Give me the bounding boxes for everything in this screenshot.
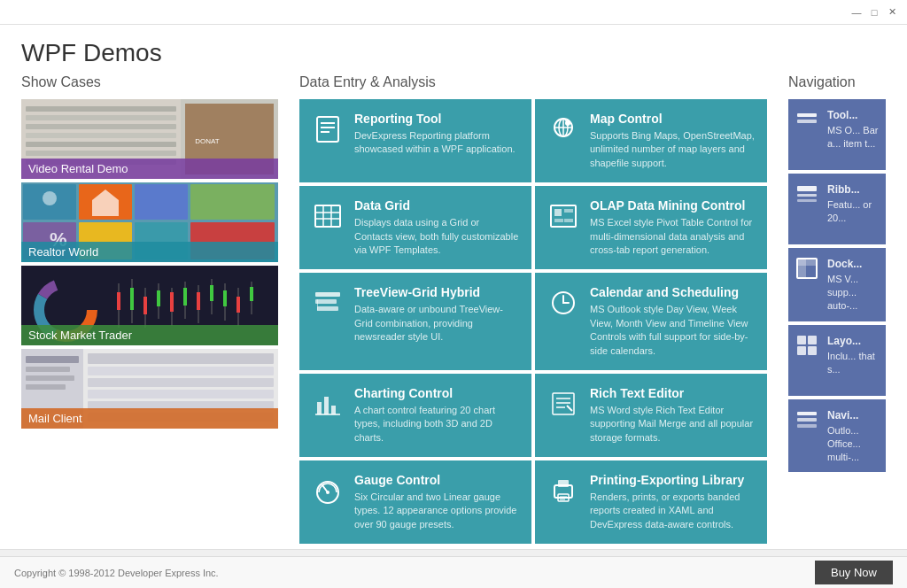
svg-rect-101 <box>797 113 817 117</box>
nav-tile-text-navigation: Navi... Outlo... Office... multi-... <box>827 408 879 464</box>
svg-rect-82 <box>317 306 338 311</box>
svg-point-69 <box>565 120 570 126</box>
tile-desc-grid: Displays data using a Grid or Contacts v… <box>354 216 519 257</box>
tile-text-printing: Printing-Exporting Library Renders, prin… <box>590 473 755 531</box>
navigation-column: Navigation Tool... MS O... Bar a... item… <box>788 74 886 549</box>
tile-title-treeview: TreeView-Grid Hybrid <box>354 285 519 299</box>
main-content: WPF Demos Show Cases <box>0 25 907 556</box>
tile-title-charting: Charting Control <box>354 386 519 400</box>
rich-text-icon <box>547 388 579 420</box>
tile-text-grid: Data Grid Displays data using a Grid or … <box>354 198 519 257</box>
tile-text-map: Map Control Supports Bing Maps, OpenStre… <box>590 112 755 170</box>
svg-rect-62 <box>321 122 335 124</box>
buy-now-button[interactable]: Buy Now <box>815 561 893 584</box>
svg-rect-111 <box>797 346 806 355</box>
svg-rect-58 <box>88 390 274 398</box>
svg-rect-14 <box>135 184 188 220</box>
svg-rect-30 <box>130 288 134 310</box>
tile-calendar[interactable]: Calendar and Scheduling MS Outlook style… <box>535 273 767 370</box>
nav-tile-ribbon[interactable]: Ribb... Featu... or 20... <box>788 174 886 244</box>
svg-rect-44 <box>223 290 227 306</box>
tile-map-control[interactable]: Map Control Supports Bing Maps, OpenStre… <box>535 99 767 182</box>
tile-charting[interactable]: Charting Control A chart control featuri… <box>299 374 531 457</box>
nav-tile-title-navigation: Navi... <box>827 408 879 422</box>
tile-reporting-tool[interactable]: Reporting Tool DevExpress Reporting plat… <box>299 99 531 182</box>
tile-rich-text[interactable]: Rich Text Editor MS Word style Rich Text… <box>535 374 767 457</box>
svg-rect-76 <box>554 209 562 216</box>
svg-rect-36 <box>170 292 174 312</box>
tile-desc-olap: MS Excel style Pivot Table Control for m… <box>590 216 755 257</box>
svg-rect-52 <box>26 367 70 372</box>
docking-icon <box>795 257 820 282</box>
tile-title-printing: Printing-Exporting Library <box>590 473 755 487</box>
data-entry-header: Data Entry & Analysis <box>299 74 767 90</box>
svg-rect-89 <box>553 393 574 414</box>
showcase-item-stock[interactable]: Stock Market Trader <box>21 266 278 345</box>
svg-rect-54 <box>26 384 66 390</box>
showcase-item-video[interactable]: DONAT Video Rental Demo <box>21 99 278 179</box>
tile-desc-printing: Renders, prints, or exports banded repor… <box>590 491 755 531</box>
tile-title-grid: Data Grid <box>354 198 519 213</box>
svg-rect-112 <box>808 346 817 355</box>
tile-olap[interactable]: OLAP Data Mining Control MS Excel style … <box>535 186 767 269</box>
svg-rect-103 <box>797 186 817 191</box>
tile-gauge[interactable]: Gauge Control Six Circular and two Linea… <box>299 460 531 544</box>
nav-tile-title-ribbon: Ribb... <box>827 182 879 197</box>
maximize-button[interactable]: □ <box>866 4 882 20</box>
svg-rect-48 <box>250 287 253 301</box>
showcase-label-realtor: Realtor World <box>21 242 278 262</box>
ribbon-icon <box>795 182 820 207</box>
svg-rect-4 <box>26 124 176 129</box>
tile-treeview[interactable]: TreeView-Grid Hybrid Data-aware or unbou… <box>299 273 531 370</box>
showcase-header: Show Cases <box>21 74 278 90</box>
showcase-label-video: Video Rental Demo <box>21 159 278 179</box>
svg-rect-40 <box>197 292 200 310</box>
svg-rect-63 <box>321 127 335 128</box>
nav-tile-text-ribbon: Ribb... Featu... or 20... <box>827 182 879 225</box>
nav-tile-docking[interactable]: Dock... MS V... supp... auto-... <box>788 248 886 321</box>
svg-rect-87 <box>331 406 336 414</box>
close-button[interactable]: ✕ <box>884 4 900 20</box>
svg-rect-32 <box>143 297 147 314</box>
copyright-text: Copyright © 1998-2012 Developer Express … <box>14 568 219 578</box>
svg-rect-57 <box>88 378 274 387</box>
tile-title-map: Map Control <box>590 112 755 126</box>
showcase-item-realtor[interactable]: % Realtor World <box>21 182 278 262</box>
data-entry-column: Data Entry & Analysis Reporting Tool Dev… <box>299 74 767 549</box>
nav-tile-toolbar[interactable]: Tool... MS O... Bar a... item t... <box>788 99 886 170</box>
svg-rect-64 <box>321 131 329 133</box>
tile-data-grid[interactable]: Data Grid Displays data using a Grid or … <box>299 186 531 269</box>
svg-rect-53 <box>26 375 74 381</box>
showcase-column: Show Cases <box>21 74 278 549</box>
minimize-button[interactable]: — <box>849 4 864 20</box>
svg-rect-46 <box>236 297 240 313</box>
map-control-icon <box>547 113 579 145</box>
olap-icon <box>547 200 579 232</box>
nav-tile-text-docking: Dock... MS V... supp... auto-... <box>827 257 879 313</box>
reporting-tool-icon <box>312 113 344 145</box>
columns-container: Show Cases <box>0 74 907 549</box>
nav-tile-title-docking: Dock... <box>827 257 879 271</box>
svg-rect-78 <box>554 219 563 222</box>
svg-rect-102 <box>797 120 817 123</box>
nav-tile-desc-layout: Inclu... that s... <box>827 350 879 376</box>
title-bar: — □ ✕ <box>0 0 907 25</box>
nav-tile-layout[interactable]: Layo... Inclu... that s... <box>788 325 886 396</box>
tile-printing[interactable]: Printing-Exporting Library Renders, prin… <box>535 460 767 544</box>
scrollbar[interactable] <box>0 549 907 556</box>
footer: Copyright © 1998-2012 Developer Express … <box>0 556 907 588</box>
tile-text-calendar: Calendar and Scheduling MS Outlook style… <box>590 285 755 358</box>
svg-point-95 <box>326 491 329 494</box>
tile-text-gauge: Gauge Control Six Circular and two Linea… <box>354 473 519 531</box>
svg-rect-83 <box>317 299 318 311</box>
tile-title-gauge: Gauge Control <box>354 473 519 487</box>
svg-rect-15 <box>190 184 275 220</box>
svg-rect-77 <box>564 209 573 213</box>
nav-tile-navigation[interactable]: Navi... Outlo... Office... multi-... <box>788 399 886 473</box>
svg-rect-2 <box>26 106 176 112</box>
tile-text-olap: OLAP Data Mining Control MS Excel style … <box>590 198 755 257</box>
showcase-label-mail: Mail Client <box>21 408 278 429</box>
svg-rect-56 <box>88 367 274 375</box>
showcase-item-mail[interactable]: Mail Client <box>21 349 278 429</box>
svg-rect-97 <box>558 480 569 487</box>
